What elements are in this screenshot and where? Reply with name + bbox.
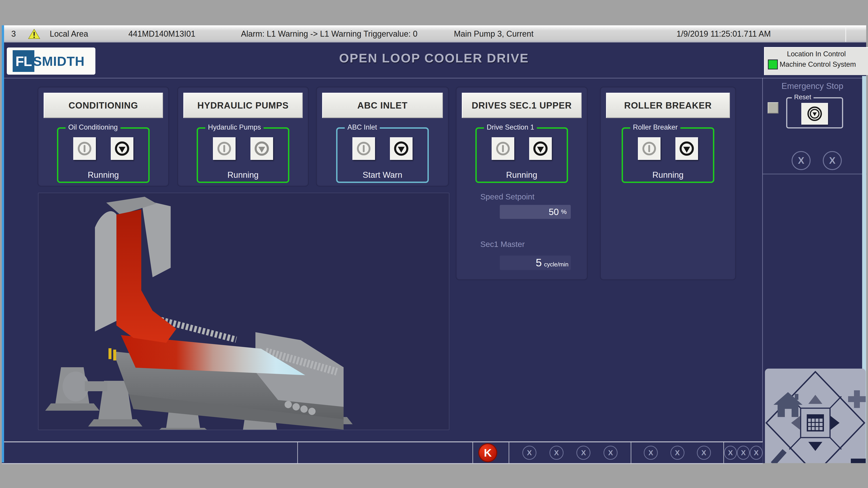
edit-pencil-icon[interactable]	[771, 449, 786, 463]
reset-button[interactable]	[801, 103, 828, 125]
group-label: Drive Section 1	[484, 123, 537, 131]
home-icon[interactable]	[774, 392, 802, 417]
alarm-area: Local Area	[50, 29, 88, 39]
drive-section-1-group: Drive Section 1 Running	[475, 127, 568, 183]
drive-sec1-start-button[interactable]	[492, 137, 514, 160]
panel-conditioning: CONDITIONING Oil Conditioning Running	[38, 87, 168, 186]
alarm-count: 3	[11, 29, 16, 39]
panel-drives-sec1-upper: DRIVES SEC.1 UPPER Drive Section 1 Runni…	[456, 87, 587, 280]
abc-inlet-stop-button[interactable]	[390, 137, 412, 160]
roller-breaker-stop-button[interactable]	[675, 137, 698, 160]
location-line1: Location In Control	[765, 50, 868, 58]
drives-sec1-header-button[interactable]: DRIVES SEC.1 UPPER	[462, 93, 582, 118]
header-separator	[2, 78, 866, 79]
nav-left-arrow-icon[interactable]	[791, 416, 800, 430]
navigation-pad	[765, 369, 866, 463]
zoom-out-icon[interactable]	[851, 459, 866, 463]
power-standby-icon	[216, 141, 232, 157]
interlock-x-icon: X	[823, 151, 842, 170]
page-title: OPEN LOOP COOLER DRIVE	[0, 51, 868, 65]
bottom-bar-divider	[472, 442, 473, 463]
x-indicator-group-1: X X X X	[509, 442, 631, 463]
trip-reset-icon	[807, 106, 823, 122]
speed-setpoint-value: 50	[549, 207, 559, 217]
roller-breaker-header-button[interactable]: ROLLER BREAKER	[606, 93, 730, 118]
window-edge-left	[2, 25, 4, 462]
speed-setpoint-field[interactable]: 50 %	[500, 205, 571, 219]
speed-setpoint-unit: %	[561, 208, 567, 215]
bottom-bar-divider	[297, 442, 298, 463]
abc-inlet-header-button[interactable]: ABC INLET	[322, 93, 443, 118]
x-indicator-group-2: X X X	[631, 442, 723, 463]
abc-inlet-group: ABC Inlet Start Warn	[336, 127, 429, 183]
drive-sec1-stop-button[interactable]	[529, 137, 552, 160]
nav-down-arrow-icon[interactable]	[808, 442, 822, 451]
abc-inlet-start-button[interactable]	[352, 137, 375, 160]
zoom-in-icon[interactable]	[848, 390, 866, 408]
alarm-tag: 441MD140M13I01	[128, 29, 195, 39]
speed-setpoint-label: Speed Setpoint	[480, 192, 534, 201]
keyboard-k-button[interactable]: K	[478, 443, 497, 462]
power-standby-icon	[495, 141, 511, 157]
x-indicator-icon: X	[697, 446, 711, 460]
x-indicator-group-3: X X X	[724, 442, 763, 463]
status-text: Running	[198, 170, 288, 180]
x-indicator-icon: X	[522, 446, 536, 460]
x-indicator-icon: X	[724, 446, 737, 460]
hydraulic-pumps-header-button[interactable]: HYDRAULIC PUMPS	[183, 93, 303, 118]
sidebar-separator	[762, 78, 763, 463]
stop-triangle-icon	[679, 141, 695, 157]
nav-up-arrow-icon[interactable]	[808, 395, 822, 404]
x-glyph: X	[798, 155, 804, 166]
emergency-stop-square-button[interactable]	[768, 102, 778, 114]
hydraulic-start-button[interactable]	[213, 137, 236, 160]
bottom-status-bar: K X X X X X X X X X X	[2, 441, 763, 464]
nav-grid-center-icon[interactable]	[807, 415, 823, 431]
status-text: Running	[477, 170, 567, 180]
conditioning-start-button[interactable]	[73, 137, 96, 160]
sec1-master-label: Sec1 Master	[480, 240, 525, 249]
sec1-master-unit: cycle/min	[544, 261, 568, 268]
in-control-indicator-icon	[768, 59, 778, 69]
alarm-bar[interactable]: 3 Local Area 441MD140M13I01 Alarm: L1 Wa…	[2, 25, 866, 42]
x-glyph: X	[829, 155, 835, 166]
alarm-timestamp: 1/9/2019 11:25:01.711 AM	[677, 29, 771, 39]
x-indicator-icon: X	[550, 446, 563, 460]
cooler-3d-view	[38, 193, 450, 430]
x-indicator-icon: X	[577, 446, 590, 460]
power-standby-icon	[641, 141, 657, 157]
panel-hydraulic-pumps: HYDRAULIC PUMPS Hydarulic Pumps Running	[178, 87, 308, 186]
alarm-message: Alarm: L1 Warning -> L1 Warning Triggerv…	[241, 29, 417, 39]
stop-triangle-icon	[532, 141, 549, 157]
sec1-master-value: 5	[536, 255, 542, 270]
x-indicator-icon: X	[737, 446, 750, 460]
conditioning-header-button[interactable]: CONDITIONING	[43, 93, 163, 118]
stop-triangle-icon	[254, 141, 270, 157]
warning-icon	[28, 29, 40, 39]
x-indicator-icon: X	[750, 446, 763, 460]
group-label: Hydarulic Pumps	[205, 123, 264, 131]
power-standby-icon	[355, 141, 372, 157]
stop-triangle-icon	[114, 141, 130, 157]
roller-breaker-start-button[interactable]	[638, 137, 660, 160]
status-text: Running	[623, 170, 713, 180]
hydraulic-stop-button[interactable]	[250, 137, 273, 160]
group-label: Oil Conditioning	[66, 123, 121, 131]
x-indicator-icon: X	[671, 446, 684, 460]
interlock-x-icon: X	[792, 151, 811, 170]
status-text: Start Warn	[338, 170, 428, 180]
hydraulic-pumps-group: Hydarulic Pumps Running	[197, 127, 289, 183]
alarm-bar-divider	[845, 26, 846, 42]
power-standby-icon	[76, 141, 93, 157]
nav-right-arrow-icon[interactable]	[831, 416, 839, 430]
sidebar-horizontal-divider	[762, 174, 867, 174]
sec1-master-value-box: 5 cycle/min	[500, 255, 571, 270]
reset-label: Reset	[792, 93, 813, 101]
group-label: Roller Breaker	[630, 123, 680, 131]
panel-abc-inlet: ABC INLET ABC Inlet Start Warn	[316, 87, 448, 186]
conditioning-stop-button[interactable]	[111, 137, 133, 160]
cooler-machine-graphic	[38, 193, 449, 430]
location-in-control-box: Location In Control Machine Control Syst…	[764, 47, 868, 75]
reset-group: Reset	[786, 97, 843, 128]
x-indicator-icon: X	[603, 446, 618, 460]
